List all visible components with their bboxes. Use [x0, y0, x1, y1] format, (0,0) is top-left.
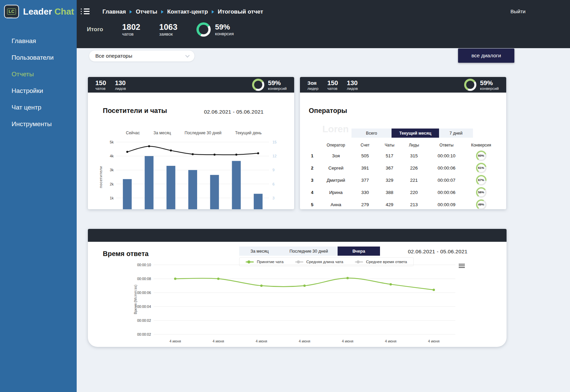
- operator-answers: 00:00:07: [426, 178, 467, 183]
- operator-name: Сергей: [319, 165, 353, 171]
- operators-period-tab[interactable]: Текущий месяц: [392, 129, 439, 138]
- operator-conversion: 56%: [467, 187, 495, 198]
- operator-answers: 00:00:10: [426, 153, 467, 158]
- svg-text:12: 12: [272, 154, 277, 158]
- conversion-donut-icon: 61%: [476, 163, 487, 173]
- chevron-down-icon: [185, 53, 190, 58]
- app-title: Leader Chat: [23, 6, 74, 17]
- card-leads-stat: 130 лидов: [115, 79, 126, 91]
- svg-text:15: 15: [272, 140, 277, 144]
- conversion-donut-icon: 49%: [476, 199, 487, 210]
- operators-dropdown-value: Все операторы: [95, 53, 132, 59]
- svg-text:6: 6: [272, 182, 274, 186]
- table-header-cell: Оператор: [319, 143, 353, 148]
- conversion-donut-icon: 56%: [476, 187, 487, 198]
- operators-card: Зоя лидер 150 чатов 130 лидов 59% конвер…: [300, 77, 506, 209]
- svg-text:00:00:08: 00:00:08: [137, 277, 151, 281]
- svg-text:4 июня: 4 июня: [256, 339, 267, 343]
- conversion-donut-icon: [252, 79, 264, 91]
- operator-score: 279: [353, 202, 377, 207]
- breadcrumb-item[interactable]: Итоговый отчет: [218, 8, 263, 15]
- response-period-tab[interactable]: Последние 30 дней: [280, 247, 338, 256]
- total-chats: 1802 чатов: [122, 23, 140, 37]
- card-conversion-stat: 59% конверсий: [464, 79, 499, 91]
- operator-name: Зоя: [319, 153, 353, 158]
- table-header-row: ОператорСчетЧатыЛидыОтветыКонверсия: [305, 141, 501, 150]
- all-dialogs-button[interactable]: все диалоги: [458, 48, 514, 63]
- visitors-period-tab[interactable]: Сейчас: [126, 131, 140, 135]
- visitors-chart-tabs: СейчасЗа месяцПоследние 30 днейТекущий д…: [126, 131, 262, 135]
- top-header: ГлавнаяОтчетыКонтакт-центрИтоговый отчет…: [77, 0, 570, 48]
- operator-conversion: 60%: [467, 151, 495, 161]
- logout-button[interactable]: Выйти: [511, 8, 526, 14]
- sidebar-item[interactable]: Настройки: [0, 82, 77, 99]
- card-conversion-stat: 59% конверсий: [252, 79, 287, 91]
- svg-text:4 июня: 4 июня: [342, 339, 354, 343]
- sidebar-item[interactable]: Главная: [0, 33, 77, 49]
- operator-name: Ирина: [319, 190, 353, 195]
- svg-text:4k: 4k: [110, 154, 114, 158]
- breadcrumb-item[interactable]: Главная: [102, 8, 126, 15]
- svg-text:3: 3: [272, 196, 274, 200]
- visitors-period-tab[interactable]: За месяц: [153, 131, 171, 135]
- operator-leads: 221: [402, 178, 426, 183]
- operator-chats: 517: [377, 153, 402, 158]
- sidebar-item[interactable]: Инструменты: [0, 116, 77, 132]
- operators-card-title: Операторы: [309, 107, 347, 115]
- operators-period-tabs: ВсегоТекущий месяц7 дней: [352, 129, 473, 138]
- operator-leads: 213: [402, 202, 426, 207]
- operators-period-tab[interactable]: Всего: [352, 129, 392, 138]
- row-number: 3: [305, 178, 319, 183]
- sidebar-menu: ГлавнаяПользователиОтчетыНастройкиЧат це…: [0, 33, 77, 132]
- visitors-date-range: 02.06.2021 - 05.06.2021: [204, 109, 264, 115]
- svg-text:посетители: посетители: [99, 166, 103, 188]
- sidebar-item[interactable]: Чат центр: [0, 99, 77, 116]
- conversion-donut-icon: 67%: [476, 175, 487, 185]
- visitors-period-tab[interactable]: Последние 30 дней: [185, 131, 222, 135]
- conversion-donut-icon: 60%: [476, 151, 487, 161]
- svg-text:4 июня: 4 июня: [385, 339, 397, 343]
- menu-list-icon[interactable]: [81, 7, 90, 16]
- row-number: 5: [305, 202, 319, 207]
- svg-text:00:00:10: 00:00:10: [137, 263, 151, 267]
- response-time-card: Время ответа За месяцПоследние 30 днейВч…: [88, 229, 507, 347]
- table-header-cell: Лиды: [402, 143, 426, 148]
- operators-dropdown[interactable]: Все операторы: [89, 50, 195, 62]
- operator-answers: 00:00:06: [426, 190, 467, 195]
- total-requests: 1063 заявок: [159, 23, 177, 37]
- response-period-tabs: За месяцПоследние 30 днейВчера: [239, 247, 380, 256]
- sidebar: LC Leader Chat ГлавнаяПользователиОтчеты…: [0, 0, 77, 392]
- breadcrumb-arrow-icon: [212, 10, 214, 14]
- svg-text:2k: 2k: [110, 182, 114, 186]
- operator-leads: 226: [402, 165, 426, 171]
- svg-text:9: 9: [272, 168, 274, 172]
- table-header-cell: Счет: [353, 143, 377, 148]
- svg-text:Время (hh:mm:ss): Время (hh:mm:ss): [133, 285, 137, 314]
- response-period-tab[interactable]: Вчера: [338, 247, 380, 256]
- breadcrumb-item[interactable]: Контакт-центр: [167, 8, 208, 15]
- visitors-period-tab[interactable]: Текущий день: [235, 131, 262, 135]
- visitors-bar-line-chart: 5k154k123k92k61k300посетители: [98, 137, 285, 209]
- svg-text:5k: 5k: [110, 140, 114, 144]
- operator-chats: 429: [377, 202, 402, 207]
- operator-leads: 220: [402, 190, 426, 195]
- operators-card-header: Зоя лидер 150 чатов 130 лидов 59% конвер…: [300, 77, 506, 93]
- sidebar-item[interactable]: Отчеты: [0, 66, 77, 82]
- totals-label: Итого: [87, 26, 103, 33]
- table-row: 2Сергей39136722600:00:0661%: [305, 162, 501, 174]
- table-header-cell: Ответы: [426, 143, 467, 148]
- operator-score: 391: [353, 165, 377, 171]
- leader-stat: Зоя лидер: [307, 79, 319, 91]
- conversion-donut-icon: [464, 79, 476, 91]
- total-conversion: 59% конврсия: [196, 22, 234, 37]
- response-card-title: Время ответа: [103, 250, 149, 258]
- operator-score: 330: [353, 190, 377, 195]
- operator-chats: 329: [377, 178, 402, 183]
- card-leads-stat: 130 лидов: [347, 79, 358, 91]
- app-logo[interactable]: LC Leader Chat: [0, 0, 77, 18]
- breadcrumb-item[interactable]: Отчеты: [136, 8, 157, 15]
- visitors-card-title: Посетители и чаты: [103, 107, 167, 115]
- operators-period-tab[interactable]: 7 дней: [439, 129, 473, 138]
- sidebar-item[interactable]: Пользователи: [0, 49, 77, 66]
- response-period-tab[interactable]: За месяц: [239, 247, 280, 256]
